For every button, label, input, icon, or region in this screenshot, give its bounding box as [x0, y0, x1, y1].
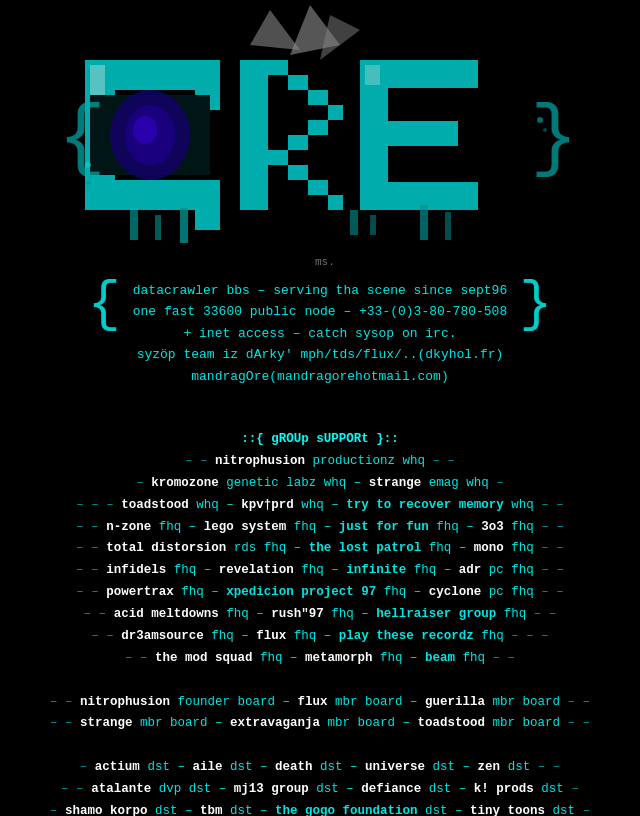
svg-rect-19	[308, 180, 328, 195]
info-line-3: + inet access – catch sysop on irc.	[133, 323, 507, 344]
board-line-0: – – nitrophusion founder board – flux mb…	[10, 692, 630, 714]
group-line-2: – – – toadstood whq – kpv†prd whq – try …	[10, 495, 630, 517]
svg-rect-15	[308, 120, 328, 135]
board-line-1: – – strange mbr board – extravaganja mbr…	[10, 713, 630, 735]
svg-rect-25	[90, 65, 105, 95]
svg-rect-14	[328, 105, 343, 120]
svg-rect-16	[288, 135, 308, 150]
svg-text:ms.: ms.	[315, 256, 335, 268]
group-header: ::{ gROUp sUPPORt }::	[10, 429, 630, 451]
svg-rect-23	[388, 121, 458, 146]
group-line-7: – – acid meltdowns fhq – rush"97 fhq – h…	[10, 604, 630, 626]
svg-rect-22	[388, 60, 478, 88]
dst-line-1: – – atalante dvp dst – mj13 group dst – …	[10, 779, 630, 801]
svg-rect-13	[308, 90, 328, 105]
info-line-5: mandragOre(mandragorehotmail.com)	[133, 366, 507, 387]
svg-rect-11	[268, 60, 288, 75]
svg-rect-10	[240, 60, 268, 210]
svg-rect-20	[328, 195, 343, 210]
svg-rect-12	[288, 75, 308, 90]
info-line-2: one fast 33600 public node – +33-(0)3-80…	[133, 301, 507, 322]
info-section: { datacrawler bbs – serving tha scene si…	[0, 270, 640, 407]
svg-point-9	[133, 116, 157, 144]
info-line-1: datacrawler bbs – serving tha scene sinc…	[133, 280, 507, 301]
svg-rect-26	[365, 65, 380, 85]
group-line-1: – kromozone genetic labz whq – strange e…	[10, 473, 630, 495]
info-line-4: syzöp team iz dArky' mph/tds/flux/..(dky…	[133, 344, 507, 365]
group-line-3: – – n-zone fhq – lego system fhq – just …	[10, 517, 630, 539]
svg-rect-30	[130, 210, 138, 240]
svg-rect-24	[388, 182, 478, 210]
svg-rect-3	[115, 180, 195, 210]
group-line-0: – – nitrophusion productionz whq – –	[10, 451, 630, 473]
svg-rect-35	[420, 205, 428, 240]
svg-rect-34	[370, 215, 376, 235]
group-line-9: – – the mod squad fhq – metamorph fhq – …	[10, 648, 630, 670]
svg-rect-18	[288, 165, 308, 180]
svg-rect-32	[180, 208, 188, 243]
svg-rect-2	[115, 60, 195, 90]
svg-text:}: }	[530, 93, 578, 184]
svg-rect-5	[195, 180, 220, 230]
svg-rect-36	[445, 212, 451, 240]
group-line-5: – – infidels fhq – revelation fhq – infi…	[10, 560, 630, 582]
group-line-8: – – dr3amsource fhq – flux fhq – play th…	[10, 626, 630, 648]
svg-text:{: {	[58, 93, 106, 184]
dst-line-2: – shamo korpo dst – tbm dst – the gogo f…	[10, 801, 630, 816]
svg-rect-17	[268, 150, 288, 165]
svg-rect-33	[350, 210, 358, 235]
groups-section: ::{ gROUp sUPPORt }:: – – nitrophusion p…	[0, 407, 640, 816]
svg-rect-31	[155, 215, 161, 240]
group-line-6: – – powertrax fhq – xpedicion project 97…	[10, 582, 630, 604]
logo-section: ms. { }	[0, 0, 640, 270]
dst-line-0: – actium dst – aile dst – death dst – un…	[10, 757, 630, 779]
bbs-info: datacrawler bbs – serving tha scene sinc…	[133, 280, 507, 387]
group-line-4: – – total distorsion rds fhq – the lost …	[10, 538, 630, 560]
